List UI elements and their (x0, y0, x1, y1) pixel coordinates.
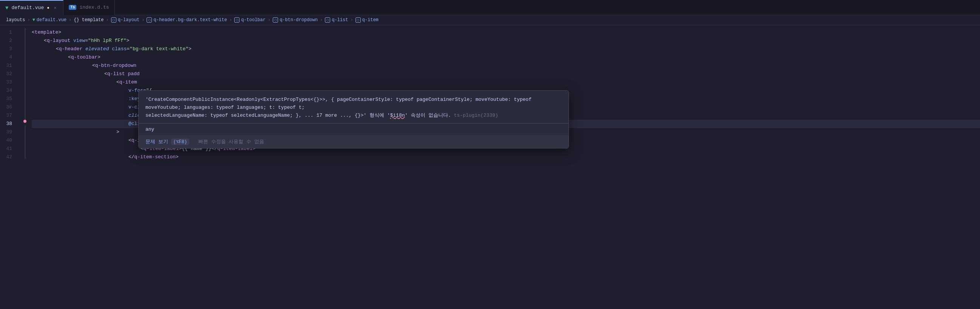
breadcrumb-sep-5: › (268, 18, 270, 23)
tooltip-shortcut-f8: (⌥F8) (171, 139, 189, 145)
ln-36: 36 (0, 103, 15, 111)
ln-37: 37 (0, 111, 15, 120)
component-icon-q-layout: ⬡ (111, 18, 116, 23)
modified-indicator: ● (47, 6, 49, 10)
breadcrumb-q-btn-dropdown[interactable]: ⬡ q-btn-dropdown (273, 18, 318, 23)
code-line-31: <q-btn-dropdown (32, 62, 980, 70)
ln-2: 2 (0, 37, 15, 45)
breadcrumb-sep-1: › (69, 18, 72, 23)
ln-33: 33 (0, 78, 15, 86)
breadcrumb-sep-2: › (106, 18, 108, 23)
line-numbers: 1 2 3 4 31 32 33 34 35 36 37 38 39 40 41… (0, 25, 21, 306)
component-icon-q-item: ⬡ (355, 18, 361, 23)
ln-35: 35 (0, 95, 15, 103)
breadcrumb-sep-6: › (320, 18, 323, 23)
ln-4: 4 (0, 53, 15, 62)
tooltip-view-problem-link[interactable]: 문제 보기 (145, 138, 168, 145)
breadcrumb-q-item[interactable]: ⬡ q-item (355, 18, 379, 23)
ln-3: 3 (0, 45, 15, 53)
ln-41: 41 (0, 145, 15, 153)
vue-icon: ▼ (5, 5, 8, 11)
tooltip-type-text: 'CreateComponentPublicInstance<Readonly<… (145, 97, 531, 118)
breadcrumb-q-header[interactable]: ⬡ q-header.bg-dark.text-white (146, 18, 227, 23)
tooltip-no-quick-fix: 빠른 수정을 사용할 수 없음 (198, 138, 264, 145)
code-line-33: <q-item (32, 78, 980, 86)
tab-close-default-vue[interactable]: ✕ (52, 5, 58, 11)
tab-label-index-d-ts: index.d.ts (80, 5, 109, 10)
ln-39: 39 (0, 128, 15, 136)
breadcrumb-sep-3: › (142, 18, 144, 23)
ln-38: 38 (0, 120, 15, 128)
breadcrumb-sep-7: › (350, 18, 353, 23)
gutter-markers (21, 25, 29, 306)
ln-42: 42 (0, 153, 15, 161)
code-line-3: <q-header elevated class="bg-dark text-w… (32, 45, 980, 53)
tab-default-vue[interactable]: ▼ default.vue ● ✕ (0, 0, 64, 15)
code-line-2: <q-layout view="hHh lpR fFf" > (32, 37, 980, 45)
breadcrumb-q-layout[interactable]: ⬡ q-layout (111, 18, 140, 23)
breadcrumb-default-vue[interactable]: ▼ default.vue (32, 18, 67, 23)
tooltip-any-type: any (138, 124, 569, 135)
ln-40: 40 (0, 136, 15, 145)
component-icon-q-header: ⬡ (146, 18, 152, 23)
component-icon-q-toolbar: ⬡ (234, 18, 240, 23)
tab-label-default-vue: default.vue (11, 5, 44, 11)
ln-31: 31 (0, 62, 15, 70)
breadcrumb-template[interactable]: {} template (74, 18, 103, 23)
breadcrumb-sep-0: › (27, 18, 30, 23)
ln-32: 32 (0, 70, 15, 78)
breadcrumb-layouts[interactable]: layouts (6, 18, 25, 23)
ts-badge: Ts (69, 5, 76, 10)
ln-1: 1 (0, 28, 15, 37)
breadcrumb-q-toolbar[interactable]: ⬡ q-toolbar (234, 18, 266, 23)
tab-bar: ▼ default.vue ● ✕ Ts index.d.ts (0, 0, 980, 15)
tooltip-popup: 'CreateComponentPublicInstance<Readonly<… (138, 90, 569, 148)
code-line-4: <q-toolbar> (32, 53, 980, 62)
breadcrumb: layouts › ▼ default.vue › {} template › … (0, 15, 980, 25)
component-icon-q-btn-dropdown: ⬡ (273, 18, 278, 23)
code-area: 1 2 3 4 31 32 33 34 35 36 37 38 39 40 41… (0, 25, 980, 306)
code-line-1: <template> (32, 28, 980, 37)
ln-34: 34 (0, 86, 15, 95)
tooltip-actions: 문제 보기 (⌥F8) 빠른 수정을 사용할 수 없음 (138, 135, 569, 148)
breadcrumb-sep-4: › (229, 18, 232, 23)
code-content[interactable]: <template> <q-layout view="hHh lpR fFf" … (29, 25, 980, 306)
code-line-42: </q-item-section> (32, 153, 980, 161)
vue-icon-breadcrumb: ▼ (32, 18, 35, 23)
tooltip-main-content: 'CreateComponentPublicInstance<Readonly<… (138, 91, 569, 124)
code-line-32: <q-list padd (32, 70, 980, 78)
component-icon-q-list: ⬡ (325, 18, 330, 23)
tab-index-d-ts[interactable]: Ts index.d.ts (64, 0, 115, 15)
breadcrumb-q-list[interactable]: ⬡ q-list (325, 18, 348, 23)
